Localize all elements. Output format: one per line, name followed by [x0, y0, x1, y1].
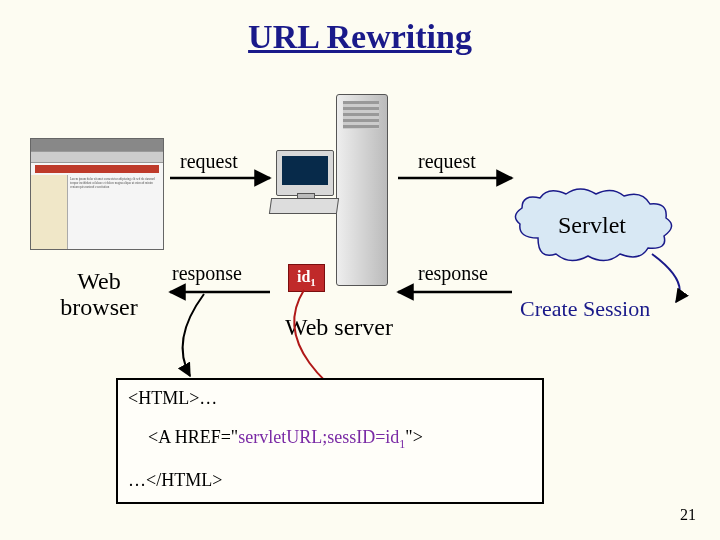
code-line-3: …</HTML>	[128, 470, 542, 491]
response-label-1: response	[172, 262, 242, 285]
code-line-2: <A HREF="servletURL;sessID=id1">	[148, 427, 542, 452]
id-badge: id1	[288, 264, 325, 292]
response-label-2: response	[418, 262, 488, 285]
page-number: 21	[680, 506, 696, 524]
servlet-label: Servlet	[508, 212, 676, 239]
web-browser-graphic: Lorem ipsum dolor sit amet consectetur a…	[30, 138, 164, 250]
create-session-label: Create Session	[520, 296, 650, 322]
web-server-label: Web server	[264, 314, 414, 341]
web-browser-label: Webbrowser	[44, 268, 154, 321]
slide-title: URL Rewriting	[0, 18, 720, 56]
servlet-cloud: Servlet	[508, 188, 676, 266]
code-line-1: <HTML>…	[128, 388, 542, 409]
request-label-2: request	[418, 150, 476, 173]
request-label-1: request	[180, 150, 238, 173]
html-code-box: <HTML>… <A HREF="servletURL;sessID=id1">…	[116, 378, 544, 504]
